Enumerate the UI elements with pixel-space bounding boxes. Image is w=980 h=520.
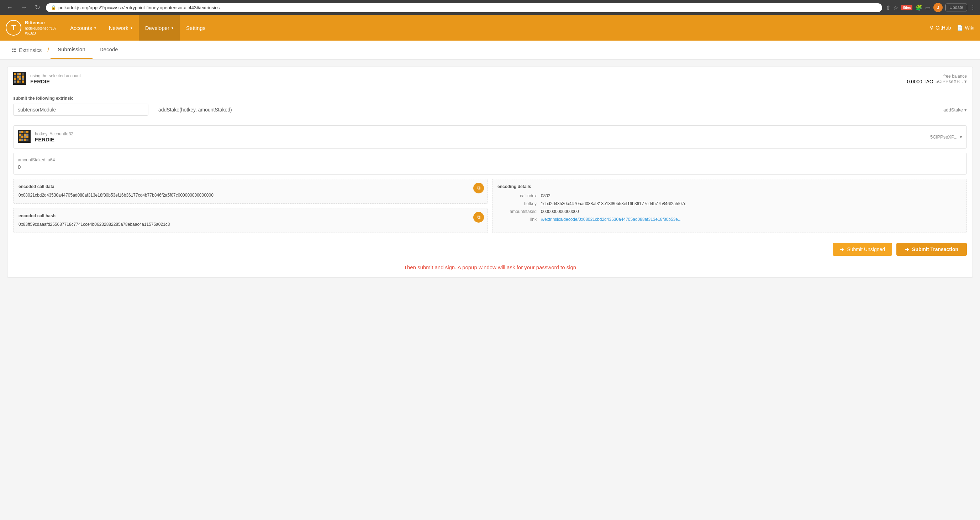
svg-rect-27 — [21, 136, 24, 138]
balance-number: 0.0000 — [907, 79, 922, 85]
svg-rect-1 — [14, 73, 16, 75]
svg-rect-23 — [21, 134, 24, 136]
svg-rect-2 — [17, 73, 19, 75]
extensions-button[interactable]: 🧩 — [915, 4, 922, 11]
module-function: addStake(hotkey, amountStaked) — [154, 104, 938, 115]
hotkey-detail-val: 1cbd2d43530a44705ad088af313e18f80b53ef16… — [541, 201, 961, 206]
nav-developer[interactable]: Developer ▾ — [139, 15, 180, 41]
refresh-button[interactable]: ↻ — [33, 3, 42, 12]
callindex-key: callindex — [498, 193, 537, 198]
link-key: link — [498, 217, 537, 222]
browser-actions: ⇧ ☆ Sites 🧩 ▭ J Update ⋮ — [886, 3, 976, 12]
balance-value: 0.0000 TAO 5CiPPseXP... ▾ — [907, 79, 967, 85]
amount-value[interactable]: 0 — [18, 164, 962, 170]
module-select[interactable]: subtensorModule — [13, 104, 148, 116]
app-name: Bittensor — [25, 19, 57, 26]
menu-button[interactable]: ⋮ — [970, 4, 976, 11]
callindex-val: 0802 — [541, 193, 961, 198]
copy-hash-button[interactable]: ⧉ — [473, 212, 484, 223]
function-right[interactable]: addStake ▾ — [943, 107, 967, 113]
profile-button[interactable]: J — [933, 3, 943, 12]
svg-rect-29 — [26, 136, 29, 138]
account-name: FERDIE — [30, 78, 81, 85]
node-info: node-subtensor/107 — [25, 26, 57, 31]
address-short: 5CiPPseXP... — [935, 79, 963, 84]
submit-label: submit the following extrinsic — [13, 96, 967, 101]
encoded-call-label: encoded call data — [19, 184, 482, 189]
balance-label: free balance — [907, 74, 967, 79]
module-row: subtensorModule addStake(hotkey, amountS… — [13, 104, 967, 116]
tab-submission[interactable]: Submission — [51, 41, 92, 59]
detail-callindex: callindex 0802 — [498, 193, 961, 198]
amount-label: amountStaked: u64 — [18, 158, 962, 163]
github-link[interactable]: ⚲ GitHub — [930, 25, 951, 30]
buttons-row: ➔ Submit Unsigned ➔ Submit Transaction — [8, 237, 972, 262]
svg-rect-5 — [14, 75, 16, 78]
logo-area: T Bittensor node-subtensor/107 #6,323 — [6, 19, 57, 36]
tab-decode[interactable]: Decode — [92, 41, 125, 59]
encoded-call-box: encoded call data 0x08021cbd2d43530a4470… — [13, 179, 488, 204]
balance-amount: 0.0000 TAO — [907, 79, 933, 85]
forward-button[interactable]: → — [19, 3, 29, 12]
submit-label: Submit Transaction — [912, 246, 958, 252]
nav-network[interactable]: Network ▾ — [102, 15, 139, 41]
account-card: using the selected account FERDIE free b… — [7, 67, 973, 278]
hotkey-name: FERDIE — [35, 136, 73, 142]
block-number: #6,323 — [25, 31, 57, 36]
encoded-grid: encoded call data 0x08021cbd2d43530a4470… — [13, 179, 967, 233]
account-right: free balance 0.0000 TAO 5CiPPseXP... ▾ — [907, 74, 967, 85]
address-bar[interactable]: 🔒 polkadot.js.org/apps/?rpc=wss://entryp… — [46, 3, 882, 12]
svg-rect-26 — [19, 136, 21, 138]
svg-rect-15 — [19, 80, 21, 83]
svg-rect-22 — [19, 134, 21, 136]
submit-unsigned-button[interactable]: ➔ Submit Unsigned — [833, 243, 892, 256]
encoded-hash-label: encoded call hash — [19, 213, 482, 219]
tab-menu-button[interactable]: ▭ — [925, 4, 931, 11]
breadcrumb-extrinsics: ☷ Extrinsics — [7, 41, 46, 59]
svg-rect-14 — [17, 80, 19, 83]
update-button[interactable]: Update — [945, 3, 967, 11]
svg-rect-21 — [26, 131, 29, 133]
svg-rect-7 — [19, 75, 21, 78]
balance-unit: TAO — [923, 79, 933, 85]
back-button[interactable]: ← — [4, 3, 15, 12]
bookmark-button[interactable]: ☆ — [893, 4, 898, 11]
url-text: polkadot.js.org/apps/?rpc=wss://entrypoi… — [58, 5, 220, 10]
function-caret: ▾ — [964, 107, 967, 113]
copy-hash-icon: ⧉ — [477, 214, 480, 220]
submit-transaction-button[interactable]: ➔ Submit Transaction — [896, 243, 967, 256]
logo-letter: T — [11, 24, 16, 32]
decode-link[interactable]: #/extrinsics/decode/0x08021cbd2d43530a44… — [541, 217, 681, 222]
nav-accounts[interactable]: Accounts ▾ — [64, 15, 102, 41]
account-info: using the selected account FERDIE — [30, 73, 81, 85]
main-content: using the selected account FERDIE free b… — [0, 59, 980, 520]
nav-settings[interactable]: Settings — [180, 15, 212, 41]
submit-icon: ➔ — [905, 246, 909, 252]
nav-right: ⚲ GitHub 📄 Wiki — [930, 25, 974, 30]
accounts-caret: ▾ — [94, 26, 96, 30]
browser-chrome: ← → ↻ 🔒 polkadot.js.org/apps/?rpc=wss://… — [0, 0, 980, 15]
svg-rect-19 — [21, 131, 24, 133]
svg-rect-6 — [17, 75, 19, 78]
wiki-link[interactable]: 📄 Wiki — [957, 25, 974, 30]
svg-rect-18 — [19, 131, 21, 133]
svg-rect-4 — [22, 73, 24, 75]
svg-rect-8 — [22, 75, 24, 78]
share-button[interactable]: ⇧ — [886, 4, 890, 11]
address-dropdown[interactable]: 5CiPPseXP... ▾ — [935, 79, 967, 84]
hotkey-info: hotkey: AccountId32 FERDIE — [35, 131, 73, 142]
svg-rect-25 — [26, 134, 29, 136]
nav-accounts-label: Accounts — [70, 25, 92, 31]
amountstaked-val: 0000000000000000 — [541, 209, 961, 214]
nav-settings-label: Settings — [186, 25, 205, 31]
nav-network-label: Network — [109, 25, 129, 31]
hotkey-address-short: 5CiPPseXP... — [930, 134, 958, 140]
detail-amountstaked: amountstaked 0000000000000000 — [498, 209, 961, 214]
encoded-hash-box: encoded call hash 0x83ff59cdaaafd2556877… — [13, 208, 488, 233]
hotkey-row: hotkey: AccountId32 FERDIE 5CiPPseXP... … — [18, 130, 962, 144]
unsigned-icon: ➔ — [840, 246, 844, 252]
hotkey-avatar — [18, 130, 30, 144]
hotkey-address[interactable]: 5CiPPseXP... ▾ — [930, 134, 962, 140]
copy-call-data-button[interactable]: ⧉ — [473, 183, 484, 193]
svg-rect-16 — [22, 80, 24, 83]
